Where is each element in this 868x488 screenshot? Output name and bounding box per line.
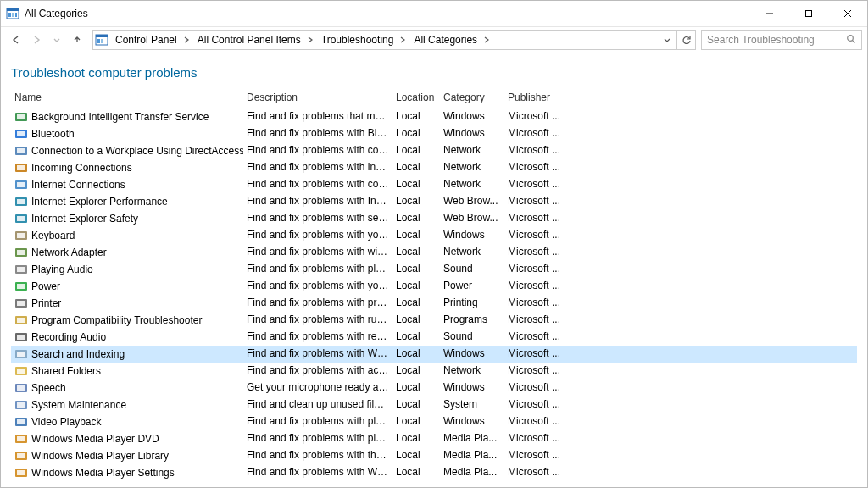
maximize-button[interactable] bbox=[789, 1, 828, 26]
search-box[interactable] bbox=[701, 30, 862, 50]
table-row[interactable]: KeyboardFind and fix problems with your … bbox=[11, 227, 857, 244]
row-location: Local bbox=[392, 279, 440, 294]
table-row[interactable]: Playing AudioFind and fix problems with … bbox=[11, 261, 857, 278]
row-publisher: Microsoft ... bbox=[504, 347, 567, 362]
column-header[interactable]: Category bbox=[440, 92, 504, 103]
row-location: Local bbox=[392, 313, 440, 328]
table-row[interactable]: Search and IndexingFind and fix problems… bbox=[11, 346, 857, 363]
table-row[interactable]: SpeechGet your microphone ready and f...… bbox=[11, 380, 857, 396]
row-publisher: Microsoft ... bbox=[504, 414, 567, 430]
table-row[interactable]: Shared FoldersFind and fix problems with… bbox=[11, 363, 857, 380]
troubleshooter-icon bbox=[14, 313, 28, 327]
svg-rect-11 bbox=[97, 39, 100, 43]
troubleshooter-icon bbox=[14, 483, 28, 485]
svg-rect-54 bbox=[17, 436, 25, 441]
breadcrumb-item[interactable]: All Control Panel Items bbox=[192, 30, 304, 49]
row-description: Find and fix problems with playin... bbox=[243, 431, 392, 446]
table-row[interactable]: Network AdapterFind and fix problems wit… bbox=[11, 244, 857, 261]
table-row[interactable]: BluetoothFind and fix problems with Blue… bbox=[11, 125, 857, 142]
table-row[interactable]: PowerFind and fix problems with your c..… bbox=[11, 278, 857, 295]
back-button[interactable] bbox=[6, 30, 26, 50]
breadcrumb-item[interactable]: All Categories bbox=[409, 30, 481, 49]
row-name: Recording Audio bbox=[31, 331, 106, 343]
row-location: Local bbox=[392, 397, 440, 413]
column-header[interactable]: Location bbox=[392, 92, 440, 103]
row-category: Windows bbox=[440, 414, 504, 430]
table-row[interactable]: Background Intelligent Transfer ServiceF… bbox=[11, 108, 857, 125]
troubleshooter-icon bbox=[14, 330, 28, 344]
svg-rect-56 bbox=[17, 453, 25, 458]
row-description: Find and fix problems with wirele... bbox=[243, 245, 392, 260]
table-row[interactable]: Video PlaybackFind and fix problems with… bbox=[11, 413, 857, 430]
table-row[interactable]: PrinterFind and fix problems with printi… bbox=[11, 295, 857, 312]
svg-rect-28 bbox=[17, 216, 25, 221]
row-description: Get your microphone ready and f... bbox=[243, 380, 392, 396]
row-publisher: Microsoft ... bbox=[504, 228, 567, 243]
troubleshooter-icon bbox=[14, 347, 28, 361]
row-description: Find and clean up unused files an... bbox=[243, 397, 392, 413]
minimize-button[interactable] bbox=[750, 1, 789, 26]
row-category: System bbox=[440, 397, 504, 413]
troubleshooter-icon bbox=[14, 432, 28, 446]
svg-rect-12 bbox=[101, 39, 103, 43]
table-row[interactable]: Internet Explorer SafetyFind and fix pro… bbox=[11, 210, 857, 227]
table-row[interactable]: Windows Media Player LibraryFind and fix… bbox=[11, 447, 857, 464]
troubleshooter-icon bbox=[14, 144, 28, 158]
table-row[interactable]: Windows Media Player SettingsFind and fi… bbox=[11, 464, 857, 481]
svg-rect-4 bbox=[15, 13, 17, 17]
row-description: Find and fix problems with Wind... bbox=[243, 347, 392, 362]
svg-rect-16 bbox=[17, 114, 25, 119]
chevron-right-icon[interactable] bbox=[181, 30, 192, 49]
row-category: Media Pla... bbox=[440, 448, 504, 463]
row-name: Windows Media Player Settings bbox=[31, 467, 175, 479]
table-row[interactable]: Recording AudioFind and fix problems wit… bbox=[11, 329, 857, 346]
breadcrumb-item[interactable]: Troubleshooting bbox=[316, 30, 398, 49]
table-row[interactable]: Program Compatibility TroubleshooterFind… bbox=[11, 312, 857, 329]
chevron-right-icon[interactable] bbox=[397, 30, 409, 49]
row-publisher: Microsoft ... bbox=[504, 262, 567, 277]
row-description: Find and fix problems with your c... bbox=[243, 279, 392, 294]
list-body[interactable]: Background Intelligent Transfer ServiceF… bbox=[11, 108, 857, 485]
row-name: Power bbox=[31, 280, 60, 292]
row-location: Local bbox=[392, 431, 440, 446]
chevron-right-icon[interactable] bbox=[304, 30, 316, 49]
refresh-button[interactable] bbox=[676, 30, 695, 49]
table-row[interactable]: Internet Explorer PerformanceFind and fi… bbox=[11, 193, 857, 210]
row-name: Windows Media Player Library bbox=[31, 450, 169, 462]
row-description: Find and fix problems with access... bbox=[243, 363, 392, 379]
svg-rect-1 bbox=[7, 8, 19, 11]
row-description: Find and fix problems with Blueto... bbox=[243, 126, 392, 141]
table-row[interactable]: Internet ConnectionsFind and fix problem… bbox=[11, 176, 857, 193]
troubleshooter-icon bbox=[14, 178, 28, 191]
chevron-right-icon[interactable] bbox=[481, 30, 492, 49]
address-bar[interactable]: Control PanelAll Control Panel ItemsTrou… bbox=[92, 30, 696, 50]
svg-rect-58 bbox=[17, 470, 25, 475]
svg-rect-48 bbox=[17, 385, 25, 391]
troubleshooter-icon bbox=[14, 161, 28, 175]
forward-button[interactable] bbox=[26, 30, 47, 50]
table-row[interactable]: Incoming ConnectionsFind and fix problem… bbox=[11, 159, 857, 176]
breadcrumb-item[interactable]: Control Panel bbox=[110, 30, 181, 49]
troubleshooter-icon bbox=[14, 415, 28, 429]
close-button[interactable] bbox=[828, 1, 867, 26]
column-header[interactable]: Name bbox=[11, 92, 243, 103]
table-row[interactable]: Windows Media Player DVDFind and fix pro… bbox=[11, 430, 857, 447]
row-name: System Maintenance bbox=[31, 399, 126, 411]
recent-locations-button[interactable] bbox=[47, 30, 67, 50]
row-name: Network Adapter bbox=[31, 247, 107, 258]
row-location: Local bbox=[392, 194, 440, 209]
table-row[interactable]: System MaintenanceFind and clean up unus… bbox=[11, 396, 857, 413]
row-location: Local bbox=[392, 380, 440, 396]
up-button[interactable] bbox=[67, 30, 87, 50]
row-location: Local bbox=[392, 347, 440, 362]
table-row[interactable]: Windows Store AppsTroubleshoot problems … bbox=[11, 481, 857, 485]
search-input[interactable] bbox=[707, 34, 843, 46]
row-publisher: Microsoft ... bbox=[504, 126, 567, 141]
row-name: Speech bbox=[31, 382, 66, 394]
column-header[interactable]: Description bbox=[243, 92, 392, 103]
address-history-button[interactable] bbox=[658, 30, 676, 49]
table-row[interactable]: Connection to a Workplace Using DirectAc… bbox=[11, 142, 857, 159]
row-category: Web Brow... bbox=[440, 211, 504, 226]
svg-rect-30 bbox=[17, 233, 25, 238]
column-header[interactable]: Publisher bbox=[504, 92, 567, 103]
